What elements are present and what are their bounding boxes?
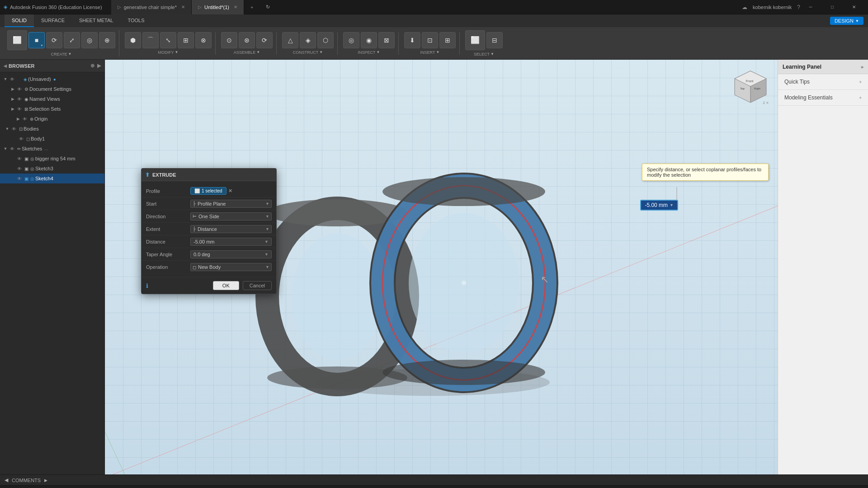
create-loft-btn[interactable]: ◎ (81, 32, 98, 48)
lp-expand-btn[interactable]: » (861, 64, 863, 70)
browser-item-doc-settings[interactable]: ▶ 👁 ⚙ Document Settings (0, 84, 104, 94)
comments-expand[interactable]: ▶ (44, 478, 47, 483)
direction-select[interactable]: ⊢ One Side ▼ (190, 212, 272, 221)
browser-item-sketch4[interactable]: ▶ 👁 ▣ ◎ Sketch4 (0, 174, 104, 183)
eye-icon-doc[interactable]: 👁 (17, 87, 24, 92)
browser-item-unsaved[interactable]: ▼ 👁 ◈ (Unsaved) ● (0, 74, 104, 84)
design-dropdown-btn[interactable]: DESIGN ▼ (830, 17, 863, 25)
comments-toggle[interactable]: ◀ (5, 477, 8, 483)
assemble-new-component-btn[interactable]: ⊙ (221, 32, 237, 48)
extent-icon: ├ (193, 226, 196, 231)
browser-item-sketch3[interactable]: ▶ 👁 ▣ ◎ Sketch3 (0, 164, 104, 174)
modify-fillet-btn[interactable]: ⌒ (142, 32, 159, 48)
dialog-info-icon[interactable]: ℹ (146, 282, 148, 289)
tab-surface[interactable]: SURFACE (34, 14, 72, 27)
inspect-interference-btn[interactable]: ◉ (361, 32, 377, 48)
construct-point-btn[interactable]: ⬡ (317, 32, 334, 48)
browser-item-bodies[interactable]: ▼ 👁 ⊡ Bodies (0, 124, 104, 134)
profile-clear-btn[interactable]: ✕ (228, 188, 232, 194)
collapse-arrow-unsaved[interactable]: ▼ (2, 74, 9, 84)
start-select[interactable]: ├ Profile Plane ▼ (190, 200, 272, 208)
insert-canvas-btn[interactable]: ⊡ (422, 32, 438, 48)
insert-more-btn[interactable]: ⊞ (439, 32, 456, 48)
browser-item-selection-sets[interactable]: ▶ 👁 ⊠ Selection Sets (0, 104, 104, 114)
eye-icon-body1[interactable]: 👁 (19, 136, 25, 141)
construct-plane-btn[interactable]: △ (282, 32, 298, 48)
inspect-label: INSPECT ▼ (358, 50, 380, 55)
tab-close-btn[interactable]: ✕ (181, 5, 185, 9)
tab-solid[interactable]: SOLID (5, 14, 34, 27)
tab-sheet-metal[interactable]: SHEET METAL (72, 14, 120, 27)
new-tab-btn[interactable]: + (244, 0, 259, 14)
distance-input[interactable]: -5.00 mm ▼ (190, 238, 272, 246)
construct-axis-btn[interactable]: ◈ (300, 32, 316, 48)
create-more-btn[interactable]: ⊕ (99, 32, 115, 48)
eye-icon-sketches[interactable]: 👁 (10, 146, 16, 151)
lp-section-modeling-essentials[interactable]: Modeling Essentials + (778, 90, 868, 106)
sketch3-icon: ◎ (30, 166, 34, 171)
taper-input[interactable]: 0.0 deg ▼ (190, 250, 272, 258)
browser-item-body1[interactable]: ▶ 👁 ◻ Body1 (0, 134, 104, 144)
eye-icon-bigger-ring[interactable]: 👁 (17, 156, 24, 161)
browser-collapse-arrow[interactable]: ◀ (4, 64, 7, 68)
minimize-btn[interactable]: ─ (800, 0, 821, 14)
refresh-btn[interactable]: ↻ (259, 0, 276, 14)
lp-section-quick-tips[interactable]: Quick Tips + (778, 74, 868, 90)
tab-tools[interactable]: TOOLS (120, 14, 151, 27)
cancel-button[interactable]: Cancel (243, 281, 272, 290)
modify-more-btn[interactable]: ⊗ (195, 32, 212, 48)
profile-select-btn[interactable]: ⬜ 1 selected (190, 187, 226, 195)
browser-expand-icon[interactable]: ⊕ (90, 63, 94, 69)
collapse-doc[interactable]: ▶ (9, 84, 16, 94)
extent-select[interactable]: ├ Distance ▼ (190, 225, 272, 233)
modify-shell-btn[interactable]: ⊞ (178, 32, 194, 48)
viewport-distance-input[interactable]: -5.00 mm ▼ (640, 200, 678, 211)
assemble-joint-btn[interactable]: ⊛ (239, 32, 255, 48)
ok-button[interactable]: OK (213, 281, 239, 290)
body1-icon: ◻ (26, 136, 30, 141)
operation-select[interactable]: ◻ New Body ▼ (190, 263, 272, 271)
eye-icon-sketch4[interactable]: 👁 (17, 176, 24, 181)
browser-item-named-views[interactable]: ▶ 👁 ◉ Named Views (0, 94, 104, 104)
tab-untitled[interactable]: ▷ Untitled*(1) ✕ (192, 0, 244, 14)
select-btn[interactable]: ⬜ (465, 30, 485, 50)
help-icon[interactable]: ? (797, 4, 800, 10)
eye-icon-unsaved[interactable]: 👁 (10, 77, 16, 82)
create-revolve-btn[interactable]: ⟳ (46, 32, 62, 48)
tab-close-btn2[interactable]: ✕ (234, 5, 237, 9)
tab-generative-chair[interactable]: ▷ generative chair simple* ✕ (111, 0, 192, 14)
eye-icon-sketch3[interactable]: 👁 (17, 166, 24, 171)
collapse-origin[interactable]: ▶ (14, 114, 22, 124)
distance-dropdown-arrow[interactable]: ▼ (670, 203, 674, 207)
collapse-bodies[interactable]: ▼ (4, 124, 11, 134)
inspect-group-arrow: ▼ (377, 50, 380, 54)
browser-item-sketches[interactable]: ▼ 👁 ✏ Sketches … (0, 144, 104, 154)
select-more-btn[interactable]: ⊟ (486, 32, 503, 48)
assemble-more-btn[interactable]: ⟳ (256, 32, 273, 48)
tab-bar: ▷ generative chair simple* ✕ ▷ Untitled*… (111, 0, 733, 14)
collapse-sketches[interactable]: ▼ (2, 144, 9, 154)
inspect-measure-btn[interactable]: ◎ (343, 32, 359, 48)
browser-item-origin[interactable]: ▶ 👁 ⊕ Origin (0, 114, 104, 124)
create-box-btn[interactable]: ⬜ (7, 30, 27, 50)
eye-icon-origin[interactable]: 👁 (23, 117, 29, 122)
inspect-more-btn[interactable]: ⊠ (378, 32, 395, 48)
collapse-selection-sets[interactable]: ▶ (9, 104, 16, 114)
maximize-btn[interactable]: □ (822, 0, 843, 14)
viewport[interactable]: ↖ Front Right Top Z X (105, 60, 778, 474)
tab-icon2: ▷ (198, 5, 202, 9)
browser-options-icon[interactable]: ▶ (97, 63, 101, 69)
modify-press-pull-btn[interactable]: ⬢ (125, 32, 141, 48)
eye-icon-named-views[interactable]: 👁 (17, 97, 24, 102)
close-btn[interactable]: ✕ (844, 0, 864, 14)
eye-icon-bodies[interactable]: 👁 (12, 127, 18, 131)
toolbar-group-inspect: ◎ ◉ ⊠ INSPECT ▼ (340, 32, 399, 55)
create-extrude-btn[interactable]: ■ ▼ (28, 32, 45, 48)
collapse-named-views[interactable]: ▶ (9, 94, 16, 104)
create-sweep-btn[interactable]: ⤢ (64, 32, 80, 48)
browser-item-bigger-ring[interactable]: ▶ 👁 ▣ ◎ bigger ring 54 mm (0, 154, 104, 164)
nav-cube[interactable]: Front Right Top Z X (732, 69, 769, 105)
eye-icon-selection-sets[interactable]: 👁 (17, 107, 24, 112)
modify-chamfer-btn[interactable]: ⤡ (160, 32, 176, 48)
insert-derive-btn[interactable]: ⬇ (404, 32, 420, 48)
